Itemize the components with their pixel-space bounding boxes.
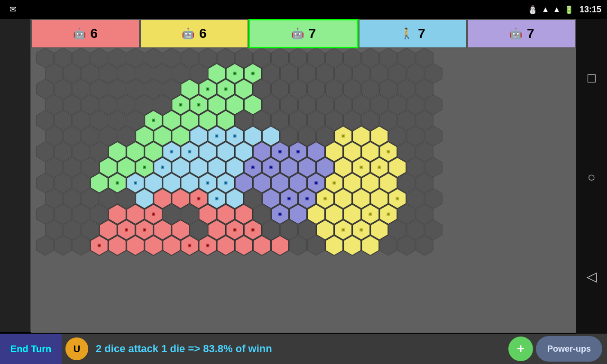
message-text: 2 dice attack 1 die => 83.8% of winn (92, 343, 506, 355)
player-red-score: 6 (91, 26, 98, 41)
android-icon-yellow: 🤖 (182, 27, 194, 40)
player-green-score: 7 (309, 26, 316, 41)
plus-button[interactable]: + (508, 337, 533, 361)
square-button[interactable]: □ (588, 71, 596, 86)
signal-icon: ▲ (553, 5, 561, 14)
undo-button[interactable]: U (65, 337, 88, 360)
svg-point-195 (162, 166, 164, 168)
svg-point-326 (144, 229, 146, 231)
svg-point-234 (207, 182, 209, 184)
svg-point-35 (234, 73, 236, 74)
svg-point-275 (306, 198, 308, 200)
player-red[interactable]: 🤖 6 (31, 19, 140, 48)
android-icon-green: 🤖 (291, 27, 304, 40)
svg-point-63 (225, 88, 227, 90)
svg-point-284 (396, 198, 398, 200)
player-purple[interactable]: 🤖 7 (467, 19, 576, 48)
player-yellow[interactable]: 🤖 6 (140, 19, 249, 48)
end-turn-button[interactable]: End Turn (0, 334, 62, 364)
android-icon-red: 🤖 (73, 27, 86, 40)
svg-point-60 (207, 88, 209, 90)
svg-point-87 (198, 104, 200, 106)
svg-point-237 (225, 182, 227, 184)
svg-point-366 (207, 245, 209, 246)
svg-point-266 (216, 198, 218, 200)
svg-point-212 (360, 166, 362, 168)
svg-point-165 (189, 151, 191, 153)
player-bar: 🚶 🤖 6 🤖 6 🤖 7 🚶 7 🤖 7 (0, 19, 576, 48)
svg-point-336 (252, 229, 254, 231)
powerups-button[interactable]: Power-ups (536, 336, 602, 362)
person-icon-cyan: 🚶 (400, 27, 413, 40)
game-board[interactable]: // This is rendered via the SVG below - … (31, 48, 576, 333)
svg-point-192 (144, 166, 146, 168)
svg-point-215 (378, 166, 380, 168)
svg-point-205 (270, 166, 272, 168)
svg-point-343 (342, 229, 344, 231)
svg-point-182 (387, 151, 389, 153)
svg-point-263 (198, 198, 200, 200)
svg-point-311 (369, 213, 371, 215)
hex-grid[interactable]: // This is rendered via the SVG below - … (31, 48, 576, 333)
email-icon: ✉ (9, 4, 17, 15)
svg-point-247 (333, 182, 335, 184)
android-icon-purple: 🤖 (509, 27, 522, 40)
battery-icon: 🔋 (564, 5, 574, 14)
svg-point-346 (360, 229, 362, 231)
svg-point-172 (279, 151, 281, 153)
wifi-icon: ▲ (542, 5, 549, 14)
svg-point-136 (216, 135, 218, 137)
svg-point-363 (189, 245, 191, 246)
circle-button[interactable]: ○ (588, 170, 596, 185)
svg-point-304 (279, 213, 281, 215)
svg-point-278 (324, 198, 326, 200)
side-panel-left (0, 19, 31, 332)
svg-point-225 (116, 182, 118, 184)
svg-point-314 (387, 213, 389, 215)
android-system-icon: ⛄ (527, 4, 538, 15)
svg-point-147 (342, 135, 344, 137)
svg-point-333 (234, 229, 236, 231)
player-cyan[interactable]: 🚶 7 (359, 19, 468, 48)
svg-point-162 (171, 151, 173, 153)
svg-point-109 (153, 119, 155, 121)
svg-point-272 (288, 198, 290, 200)
svg-point-202 (252, 166, 254, 168)
svg-point-139 (234, 135, 236, 137)
player-purple-score: 7 (527, 26, 534, 41)
player-cyan-score: 7 (418, 26, 425, 41)
bottom-bar: End Turn U 2 dice attack 1 die => 83.8% … (0, 334, 607, 364)
svg-point-244 (315, 182, 317, 184)
svg-point-323 (126, 229, 128, 231)
svg-point-84 (180, 104, 182, 106)
svg-point-228 (135, 182, 137, 184)
time-display: 13:15 (579, 5, 601, 15)
player-green[interactable]: 🤖 7 (248, 19, 359, 48)
svg-point-356 (98, 245, 100, 246)
back-button[interactable]: ◁ (587, 269, 597, 284)
svg-point-38 (252, 73, 254, 74)
player-yellow-score: 6 (199, 26, 207, 41)
nav-bar: □ ○ ◁ (576, 19, 607, 336)
svg-point-175 (297, 151, 299, 153)
svg-point-295 (153, 213, 155, 215)
status-bar: ✉ ⛄ ▲ ▲ 🔋 13:15 (0, 0, 607, 19)
